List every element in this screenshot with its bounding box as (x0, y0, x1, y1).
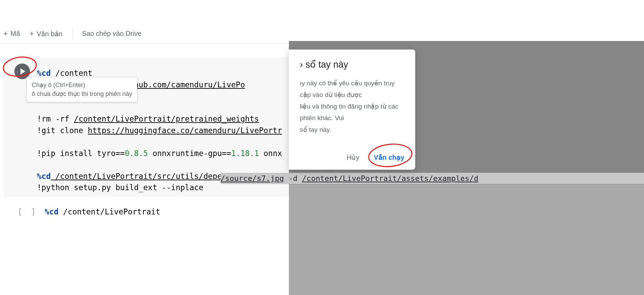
tooltip-line2: ô chưa được thực thi trong phiên này (32, 89, 132, 98)
tooltip-line1: Chạy ô (Ctrl+Enter) (32, 81, 132, 89)
warning-dialog: › sổ tay này ıy này có thể yêu cầu quyền… (289, 50, 415, 170)
copy-drive-label: Sao chép vào Drive (82, 30, 142, 38)
add-code-button[interactable]: + Mã (3, 29, 20, 38)
divider (72, 28, 72, 40)
plus-icon: + (30, 29, 34, 38)
dialog-body: ıy này có thể yêu cầu quyền truy cập vào… (300, 78, 404, 136)
run-anyway-button[interactable]: Vẫn chạy (374, 153, 404, 161)
add-text-button[interactable]: + Văn bản (30, 29, 62, 38)
copy-to-drive-button[interactable]: Sao chép vào Drive (82, 30, 142, 38)
bg-bottom (289, 184, 644, 295)
code-cell-2[interactable]: [ ] %cd /content/LivePortrait (3, 207, 289, 216)
plus-icon: + (3, 29, 8, 38)
cancel-button[interactable]: Hủy (347, 153, 359, 161)
dialog-title: › sổ tay này (300, 59, 404, 70)
add-text-label: Văn bản (37, 30, 62, 38)
notebook-toolbar: + Mã + Văn bản Sao chép vào Drive (0, 0, 289, 44)
run-cell-tooltip: Chạy ô (Ctrl+Enter) ô chưa được thực thi… (27, 77, 137, 102)
cell-execution-indicator: [ ] (18, 207, 38, 216)
add-code-label: Mã (11, 30, 20, 38)
background-code-line: /source/s7.jpg -d /content/LivePortrait/… (221, 173, 644, 184)
